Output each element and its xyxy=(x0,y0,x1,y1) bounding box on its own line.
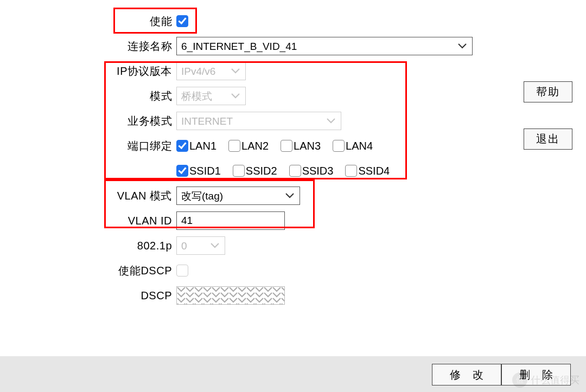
row-enable: 使能 xyxy=(0,12,477,30)
label-conn-name: 连接名称 xyxy=(0,39,176,54)
label-mode: 模式 xyxy=(0,89,176,104)
checkbox-ssid3[interactable] xyxy=(289,165,301,177)
select-conn-name[interactable]: 6_INTERNET_B_VID_41 xyxy=(176,37,473,55)
label-enable-dscp: 使能DSCP xyxy=(0,264,176,278)
label-ip-proto: IP协议版本 xyxy=(0,64,176,79)
label-lan4: LAN4 xyxy=(346,140,373,152)
select-vlan-mode[interactable]: 改写(tag) xyxy=(176,187,300,205)
select-biz-mode: INTERNET xyxy=(176,112,341,130)
select-mode: 桥模式 xyxy=(176,87,246,105)
label-ssid3: SSID3 xyxy=(302,165,334,177)
checkbox-ssid2[interactable] xyxy=(233,165,245,177)
input-dscp[interactable] xyxy=(176,286,285,305)
checkbox-ssid1[interactable] xyxy=(176,165,188,177)
label-ssid4: SSID4 xyxy=(358,165,390,177)
help-button[interactable]: 帮助 xyxy=(524,81,572,102)
label-lan3: LAN3 xyxy=(294,140,321,152)
side-buttons: 帮助 退出 xyxy=(524,81,572,150)
checkbox-enable-dscp[interactable] xyxy=(176,265,188,277)
label-vlan-mode: VLAN 模式 xyxy=(0,189,176,203)
checkbox-ssid4[interactable] xyxy=(345,165,357,177)
label-dscp: DSCP xyxy=(0,290,176,302)
checkbox-lan1[interactable] xyxy=(176,140,188,152)
form-area: 使能 连接名称 6_INTERNET_B_VID_41 IP协议版本 IPv4/… xyxy=(0,12,477,311)
row-mode: 模式 桥模式 xyxy=(0,87,477,105)
exit-button[interactable]: 退出 xyxy=(524,128,572,150)
delete-button[interactable]: 删 除 xyxy=(501,364,571,385)
checkbox-lan3[interactable] xyxy=(281,140,292,152)
label-biz-mode: 业务模式 xyxy=(0,114,176,128)
select-ip-proto: IPv4/v6 xyxy=(176,62,246,80)
label-enable: 使能 xyxy=(0,14,176,29)
checkbox-enable[interactable] xyxy=(176,15,188,27)
row-8021p: 802.1p 0 xyxy=(0,236,477,255)
label-ssid1: SSID1 xyxy=(189,165,221,177)
row-dscp: DSCP xyxy=(0,286,477,305)
row-vlan-mode: VLAN 模式 改写(tag) xyxy=(0,187,477,205)
row-biz-mode: 业务模式 INTERNET xyxy=(0,112,477,130)
label-8021p: 802.1p xyxy=(0,240,176,252)
label-vlan-id: VLAN ID xyxy=(0,215,176,227)
modify-button[interactable]: 修 改 xyxy=(432,364,501,385)
row-enable-dscp: 使能DSCP xyxy=(0,261,477,280)
label-port-bind: 端口绑定 xyxy=(0,139,176,153)
row-ip-proto: IP协议版本 IPv4/v6 xyxy=(0,62,477,80)
label-lan1: LAN1 xyxy=(189,140,216,152)
footer: 修 改 删 除 值 什么值得买 xyxy=(0,356,586,392)
select-8021p: 0 xyxy=(176,236,225,255)
label-ssid2: SSID2 xyxy=(246,165,277,177)
input-vlan-id[interactable] xyxy=(176,211,285,230)
row-port-bind-lan: 端口绑定 LAN1 LAN2 LAN3 LAN4 xyxy=(0,137,477,155)
checkbox-lan2[interactable] xyxy=(228,140,240,152)
row-port-bind-ssid: SSID1 SSID2 SSID3 SSID4 xyxy=(0,162,477,180)
label-lan2: LAN2 xyxy=(241,140,269,152)
row-conn-name: 连接名称 6_INTERNET_B_VID_41 xyxy=(0,37,477,55)
row-vlan-id: VLAN ID xyxy=(0,211,477,230)
checkbox-lan4[interactable] xyxy=(333,140,345,152)
